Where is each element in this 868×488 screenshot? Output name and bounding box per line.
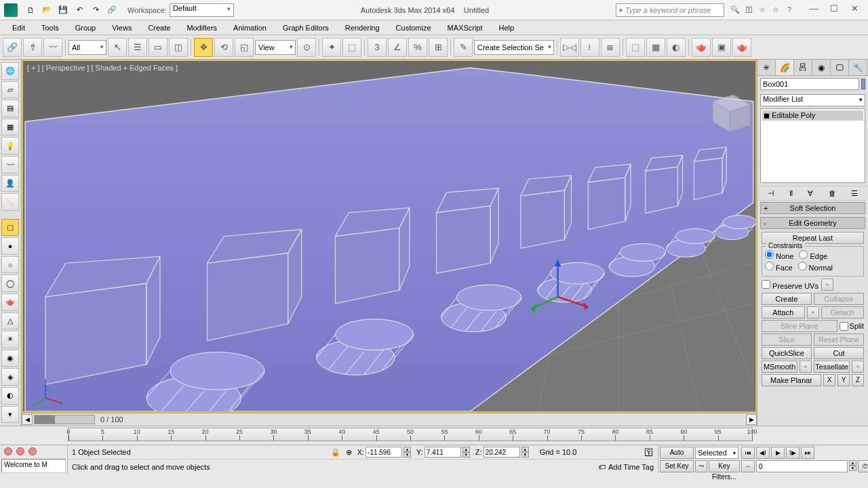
viewport-label[interactable]: [ + ] [ Perspective ] [ Shaded + Edged F… bbox=[27, 64, 178, 72]
layers-icon[interactable]: ≣ bbox=[601, 38, 620, 57]
redo-icon[interactable]: ↷ bbox=[88, 3, 103, 18]
coord-z-input[interactable] bbox=[484, 447, 520, 458]
slice-plane-button[interactable]: Slice Plane bbox=[762, 320, 837, 332]
link-tool-icon[interactable]: 🔗 bbox=[3, 38, 22, 57]
named-selection-dropdown[interactable]: Create Selection Se bbox=[474, 40, 554, 55]
slice-button[interactable]: Slice bbox=[762, 333, 812, 346]
undo-icon[interactable]: ↶ bbox=[72, 3, 87, 18]
attach-button[interactable]: Attach bbox=[762, 306, 805, 319]
tab-motion[interactable]: ◉ bbox=[812, 60, 831, 75]
teapot-icon[interactable]: 🫖 bbox=[1, 293, 19, 311]
pivot-center-icon[interactable]: ⊙ bbox=[297, 38, 316, 57]
msmooth-settings[interactable]: ▫ bbox=[800, 361, 812, 373]
help-icon[interactable]: ? bbox=[784, 5, 795, 14]
sun-icon[interactable]: ☀ bbox=[1, 331, 19, 348]
grid1-icon[interactable]: ▤ bbox=[1, 100, 19, 117]
schematic-view-icon[interactable]: ▦ bbox=[646, 38, 665, 57]
close-button[interactable]: ✕ bbox=[845, 3, 864, 17]
light-icon[interactable]: 💡 bbox=[1, 137, 19, 155]
preserve-uvs-settings[interactable]: ▫ bbox=[821, 279, 833, 291]
edit-named-sel-icon[interactable]: ✎ bbox=[454, 38, 473, 57]
window-crossing-icon[interactable]: ◫ bbox=[169, 38, 188, 57]
coord-y-spinner[interactable]: ▲▼ bbox=[462, 447, 470, 458]
msmooth-button[interactable]: MSmooth bbox=[762, 361, 797, 373]
save-file-icon[interactable]: 💾 bbox=[56, 3, 71, 18]
coord-y-input[interactable] bbox=[425, 447, 461, 458]
next-frame-icon[interactable]: Ⅰ▶ bbox=[786, 447, 800, 459]
sphere-icon[interactable]: ● bbox=[1, 237, 19, 255]
star2-icon[interactable]: ☆ bbox=[770, 5, 781, 14]
collapse-button[interactable]: Collapse bbox=[814, 293, 864, 305]
maximize-button[interactable]: ☐ bbox=[825, 3, 844, 17]
align-icon[interactable]: ⫶ bbox=[580, 38, 599, 57]
new-file-icon[interactable]: 🗋 bbox=[23, 3, 38, 18]
tube-icon[interactable]: ◈ bbox=[1, 368, 19, 386]
create-button[interactable]: Create bbox=[762, 293, 812, 305]
pin-stack-icon[interactable]: ⊣ bbox=[768, 189, 774, 198]
biped-icon[interactable]: 🦴 bbox=[1, 193, 19, 211]
keyboard-shortcut-icon[interactable]: ⬚ bbox=[342, 38, 361, 57]
box-primitive-icon[interactable]: ▢ bbox=[1, 219, 19, 237]
remove-modifier-icon[interactable]: 🗑 bbox=[829, 189, 836, 197]
stack-item-editable-poly[interactable]: ◼ Editable Poly bbox=[762, 110, 863, 121]
coord-z-spinner[interactable]: ▲▼ bbox=[521, 447, 529, 458]
open-file-icon[interactable]: 📂 bbox=[39, 3, 54, 18]
timeline-ruler[interactable]: 0510152025303540455055606570758085909510… bbox=[0, 426, 868, 445]
render-frame-icon[interactable]: ▣ bbox=[712, 38, 731, 57]
menu-group[interactable]: Group bbox=[68, 22, 103, 33]
more-icon[interactable]: ▾ bbox=[1, 406, 19, 424]
goto-start-icon[interactable]: ⏮ bbox=[741, 447, 755, 459]
puppet-icon[interactable]: 👤 bbox=[1, 175, 19, 192]
menu-maxscript[interactable]: MAXScript bbox=[441, 22, 490, 33]
torus-icon[interactable]: ◯ bbox=[1, 274, 19, 292]
quickslice-button[interactable]: QuickSlice bbox=[762, 347, 812, 359]
star-icon[interactable]: ☆ bbox=[757, 5, 768, 14]
configure-sets-icon[interactable]: ☰ bbox=[851, 189, 858, 198]
reset-plane-button[interactable]: Reset Plane bbox=[814, 333, 864, 346]
unlink-tool-icon[interactable]: ⇮ bbox=[23, 38, 42, 57]
render-icon[interactable]: 🫖 bbox=[732, 38, 751, 57]
curve-editor-icon[interactable]: ⬚ bbox=[626, 38, 645, 57]
tessellate-button[interactable]: Tessellate bbox=[814, 361, 850, 373]
move-tool-icon[interactable]: ✥ bbox=[194, 38, 213, 57]
planar-x[interactable]: X bbox=[823, 374, 835, 386]
select-region-rect-icon[interactable]: ▭ bbox=[149, 38, 167, 57]
menu-tools[interactable]: Tools bbox=[35, 22, 66, 33]
coord-x-spinner[interactable]: ▲▼ bbox=[403, 447, 411, 458]
rotate-tool-icon[interactable]: ⟲ bbox=[214, 38, 233, 57]
menu-modifiers[interactable]: Modifiers bbox=[180, 22, 224, 33]
render-setup-icon[interactable]: 🫖 bbox=[692, 38, 711, 57]
object-color-swatch[interactable] bbox=[861, 79, 865, 89]
detach-button[interactable]: Detach bbox=[821, 306, 865, 319]
key-mode-dropdown[interactable]: Selected bbox=[695, 447, 738, 459]
modifier-stack[interactable]: ◼ Editable Poly bbox=[760, 108, 865, 183]
split-check[interactable]: Split bbox=[840, 320, 864, 332]
isolate-icon[interactable]: ⊕ bbox=[346, 448, 352, 457]
select-by-name-icon[interactable]: ☰ bbox=[128, 38, 147, 57]
manipulate-icon[interactable]: ✦ bbox=[322, 38, 341, 57]
constraint-normal[interactable]: Normal bbox=[798, 262, 833, 272]
workspace-dropdown[interactable]: Default bbox=[170, 3, 234, 17]
rollout-soft-selection[interactable]: +Soft Selection bbox=[760, 202, 865, 214]
rollout-edit-geometry[interactable]: -Edit Geometry bbox=[760, 217, 865, 229]
menu-views[interactable]: Views bbox=[105, 22, 138, 33]
current-frame-input[interactable] bbox=[756, 460, 848, 472]
coord-x-input[interactable] bbox=[366, 447, 402, 458]
grid2-icon[interactable]: ▦ bbox=[1, 119, 19, 136]
cone-icon[interactable]: △ bbox=[1, 312, 19, 330]
key-mode-toggle-icon[interactable]: ↔ bbox=[741, 460, 755, 472]
constraint-edge[interactable]: Edge bbox=[799, 250, 827, 260]
tab-hierarchy[interactable]: 呂 bbox=[794, 60, 812, 75]
play-icon[interactable]: ▶ bbox=[771, 447, 785, 459]
object-name-input[interactable] bbox=[760, 78, 859, 90]
constraint-none[interactable]: None bbox=[765, 250, 793, 260]
selection-filter-dropdown[interactable]: All bbox=[68, 40, 106, 55]
globe-icon[interactable]: 🌐 bbox=[1, 62, 19, 80]
angle-snap-icon[interactable]: ∠ bbox=[388, 38, 407, 57]
bind-spacewarp-icon[interactable]: 〰 bbox=[43, 38, 62, 57]
material-editor-icon[interactable]: ◐ bbox=[667, 38, 686, 57]
mirror-icon[interactable]: ▷◁ bbox=[560, 38, 579, 57]
modifier-list-dropdown[interactable]: Modifier List bbox=[760, 94, 865, 106]
planar-y[interactable]: Y bbox=[837, 374, 850, 386]
minimize-button[interactable]: — bbox=[804, 3, 823, 17]
